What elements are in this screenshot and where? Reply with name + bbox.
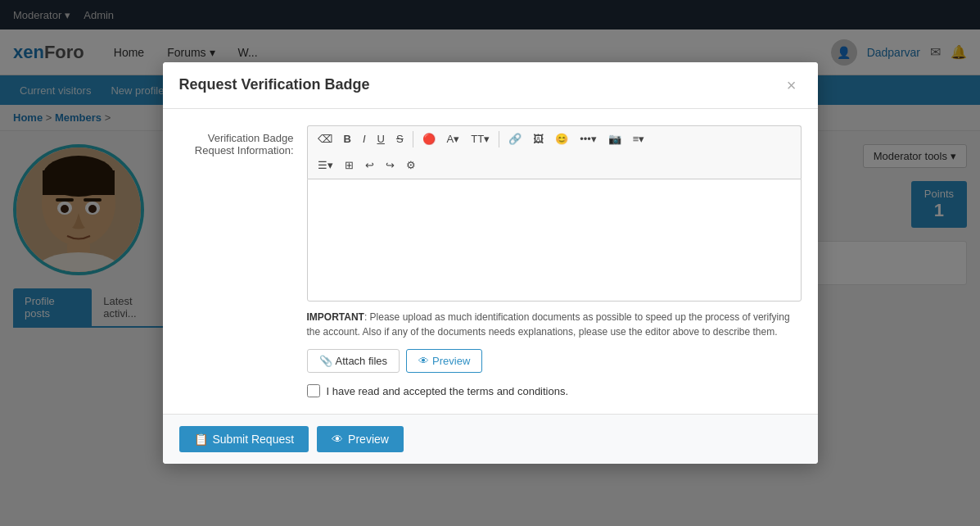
editor-toolbar-row2: ☰▾ ⊞ ↩ ↪ ⚙ bbox=[307, 152, 802, 179]
toolbar-separator-1 bbox=[413, 131, 413, 147]
note-text: : Please upload as much identification d… bbox=[307, 311, 790, 338]
editor-toolbar-row1: ⌫ B I U S 🔴 A▾ TT▾ 🔗 🖼 😊 •••▾ 📷 ≡▾ bbox=[307, 125, 802, 152]
toolbar-camera[interactable]: 📷 bbox=[603, 129, 626, 149]
toolbar-link[interactable]: 🔗 bbox=[504, 129, 526, 149]
field-label: Verification Badge Request Information: bbox=[179, 125, 294, 343]
modal-overlay: Request Verification Badge × Verificatio… bbox=[0, 0, 980, 343]
toolbar-font[interactable]: A▾ bbox=[442, 129, 465, 149]
modal-close-button[interactable]: × bbox=[782, 75, 802, 95]
modal-title: Request Verification Badge bbox=[179, 76, 370, 93]
toolbar-color[interactable]: 🔴 bbox=[418, 129, 440, 149]
toolbar-table[interactable]: ⊞ bbox=[340, 156, 359, 175]
toolbar-separator-2 bbox=[499, 131, 499, 147]
editor-content[interactable] bbox=[307, 179, 802, 302]
toolbar-align[interactable]: ≡▾ bbox=[628, 129, 650, 149]
toolbar-size[interactable]: TT▾ bbox=[466, 129, 495, 149]
toolbar-redo[interactable]: ↪ bbox=[381, 156, 400, 175]
toolbar-undo[interactable]: ↩ bbox=[360, 156, 379, 175]
toolbar-more[interactable]: •••▾ bbox=[575, 129, 602, 149]
modal-body: Verification Badge Request Information: … bbox=[163, 109, 818, 343]
editor-area: ⌫ B I U S 🔴 A▾ TT▾ 🔗 🖼 😊 •••▾ 📷 ≡▾ bbox=[307, 125, 802, 343]
toolbar-list[interactable]: ☰▾ bbox=[313, 156, 338, 175]
modal-header: Request Verification Badge × bbox=[163, 62, 818, 109]
editor-note: IMPORTANT: Please upload as much identif… bbox=[307, 310, 802, 339]
toolbar-underline[interactable]: U bbox=[373, 129, 390, 149]
toolbar-settings[interactable]: ⚙ bbox=[401, 156, 421, 175]
toolbar-italic[interactable]: I bbox=[358, 129, 371, 149]
toolbar-image[interactable]: 🖼 bbox=[528, 129, 549, 149]
toolbar-strikethrough[interactable]: S bbox=[391, 129, 409, 149]
modal-dialog: Request Verification Badge × Verificatio… bbox=[163, 62, 818, 343]
note-important: IMPORTANT bbox=[307, 311, 364, 323]
toolbar-emoji[interactable]: 😊 bbox=[550, 129, 573, 149]
toolbar-bold[interactable]: B bbox=[339, 129, 356, 149]
toolbar-eraser[interactable]: ⌫ bbox=[313, 129, 337, 149]
